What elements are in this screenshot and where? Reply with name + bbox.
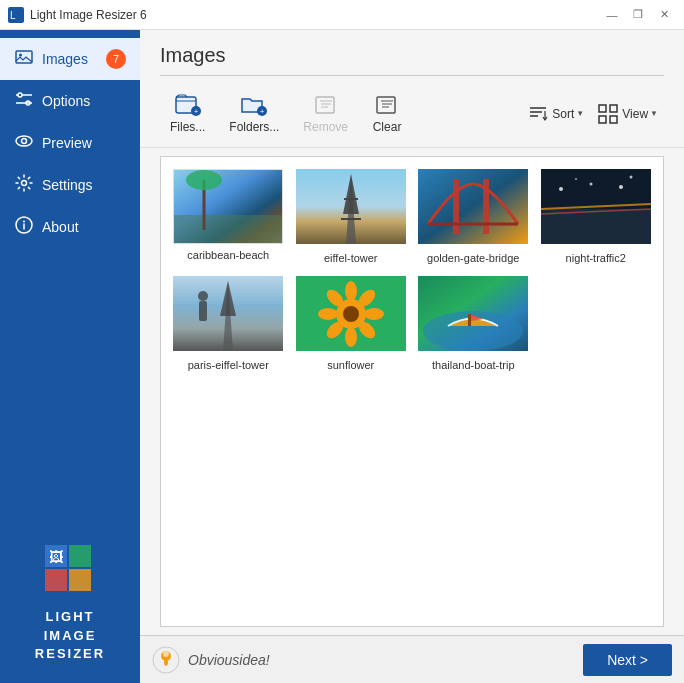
- preview-icon: [14, 132, 34, 154]
- svg-text:+: +: [260, 107, 265, 116]
- image-thumbnail: [296, 169, 406, 247]
- app-body: Images 7 Options: [0, 30, 684, 683]
- remove-button[interactable]: Remove: [293, 88, 358, 139]
- image-label: eiffel-tower: [324, 252, 378, 264]
- svg-rect-41: [610, 105, 617, 112]
- image-label: golden-gate-bridge: [427, 252, 519, 264]
- header-divider: [160, 75, 664, 76]
- svg-point-63: [619, 185, 623, 189]
- footer: Obviousidea! Next >: [140, 635, 684, 683]
- maximize-button[interactable]: ❒: [626, 5, 650, 25]
- svg-point-73: [343, 306, 359, 322]
- logo-icon: 🖼: [40, 540, 100, 600]
- images-icon: [14, 48, 34, 70]
- svg-rect-45: [174, 215, 283, 244]
- list-item[interactable]: caribbean-beach: [173, 169, 284, 264]
- list-item[interactable]: paris-eiffel-tower: [173, 276, 284, 371]
- view-dropdown-arrow[interactable]: ▼: [650, 109, 658, 118]
- main-content: Images + Files...: [140, 30, 684, 683]
- svg-point-11: [22, 139, 27, 144]
- sidebar-label-options: Options: [42, 93, 90, 109]
- svg-point-47: [186, 170, 222, 190]
- image-thumbnail: [173, 276, 283, 354]
- svg-point-75: [345, 327, 357, 347]
- svg-point-12: [22, 181, 27, 186]
- page-title: Images: [140, 30, 684, 75]
- sidebar-item-about[interactable]: About: [0, 206, 140, 248]
- footer-brand-text: Obviousidea!: [188, 652, 270, 668]
- footer-brand: Obviousidea!: [152, 646, 270, 674]
- svg-rect-54: [453, 179, 459, 234]
- list-item[interactable]: golden-gate-bridge: [418, 169, 529, 264]
- svg-text:+: +: [193, 107, 198, 116]
- list-item[interactable]: night-traffic2: [541, 169, 652, 264]
- image-label: paris-eiffel-tower: [188, 359, 269, 371]
- list-item[interactable]: eiffel-tower: [296, 169, 407, 264]
- sort-label: Sort: [552, 107, 574, 121]
- image-label: caribbean-beach: [187, 249, 269, 261]
- sidebar-item-preview[interactable]: Preview: [0, 122, 140, 164]
- about-icon: [14, 216, 34, 238]
- svg-point-61: [559, 187, 563, 191]
- svg-rect-43: [610, 116, 617, 123]
- clear-label: Clear: [373, 120, 402, 134]
- sidebar-label-preview: Preview: [42, 135, 92, 151]
- files-button[interactable]: + Files...: [160, 88, 215, 139]
- sidebar-item-settings[interactable]: Settings: [0, 164, 140, 206]
- svg-text:🖼: 🖼: [49, 549, 63, 565]
- view-icon: [596, 102, 620, 126]
- svg-rect-84: [468, 314, 471, 326]
- image-thumbnail: [173, 169, 283, 244]
- svg-text:L: L: [10, 10, 16, 21]
- close-button[interactable]: ✕: [652, 5, 676, 25]
- clear-icon: [373, 93, 401, 117]
- files-icon: +: [174, 93, 202, 117]
- image-thumbnail: [541, 169, 651, 247]
- images-badge: 7: [106, 49, 126, 69]
- sidebar-item-images[interactable]: Images 7: [0, 38, 140, 80]
- svg-point-15: [23, 221, 25, 223]
- toolbar: + Files... + Folders...: [140, 84, 684, 148]
- images-grid: caribbean-beach: [173, 169, 651, 371]
- sidebar-label-images: Images: [42, 51, 88, 67]
- images-grid-container: caribbean-beach: [160, 156, 664, 627]
- list-item[interactable]: thailand-boat-trip: [418, 276, 529, 371]
- svg-rect-19: [69, 545, 91, 567]
- title-bar-controls: — ❒ ✕: [600, 5, 676, 25]
- svg-rect-20: [45, 569, 67, 591]
- image-thumbnail: [296, 276, 406, 354]
- svg-point-88: [163, 651, 169, 657]
- files-label: Files...: [170, 120, 205, 134]
- svg-rect-40: [599, 105, 606, 112]
- sort-dropdown-arrow[interactable]: ▼: [576, 109, 584, 118]
- footer-brand-icon: [152, 646, 180, 674]
- svg-rect-58: [541, 209, 651, 244]
- svg-point-62: [589, 183, 592, 186]
- next-button[interactable]: Next >: [583, 644, 672, 676]
- title-bar: L Light Image Resizer 6 — ❒ ✕: [0, 0, 684, 30]
- svg-point-65: [629, 176, 632, 179]
- image-thumbnail: [418, 276, 528, 354]
- svg-point-76: [318, 308, 338, 320]
- sort-button[interactable]: Sort ▼: [520, 97, 590, 131]
- folders-button[interactable]: + Folders...: [219, 88, 289, 139]
- sidebar: Images 7 Options: [0, 30, 140, 683]
- clear-button[interactable]: Clear: [362, 88, 412, 139]
- sidebar-item-options[interactable]: Options: [0, 80, 140, 122]
- svg-rect-21: [69, 569, 91, 591]
- svg-rect-70: [199, 301, 207, 321]
- list-item[interactable]: sunflower: [296, 276, 407, 371]
- app-icon: L: [8, 7, 24, 23]
- svg-rect-53: [418, 169, 528, 244]
- svg-point-64: [575, 178, 577, 180]
- app-title: Light Image Resizer 6: [30, 8, 147, 22]
- view-label: View: [622, 107, 648, 121]
- svg-rect-2: [16, 51, 32, 63]
- minimize-button[interactable]: —: [600, 5, 624, 25]
- view-button[interactable]: View ▼: [590, 97, 664, 131]
- sidebar-nav: Images 7 Options: [0, 38, 140, 520]
- sidebar-label-settings: Settings: [42, 177, 93, 193]
- remove-label: Remove: [303, 120, 348, 134]
- folders-label: Folders...: [229, 120, 279, 134]
- svg-point-3: [19, 54, 22, 57]
